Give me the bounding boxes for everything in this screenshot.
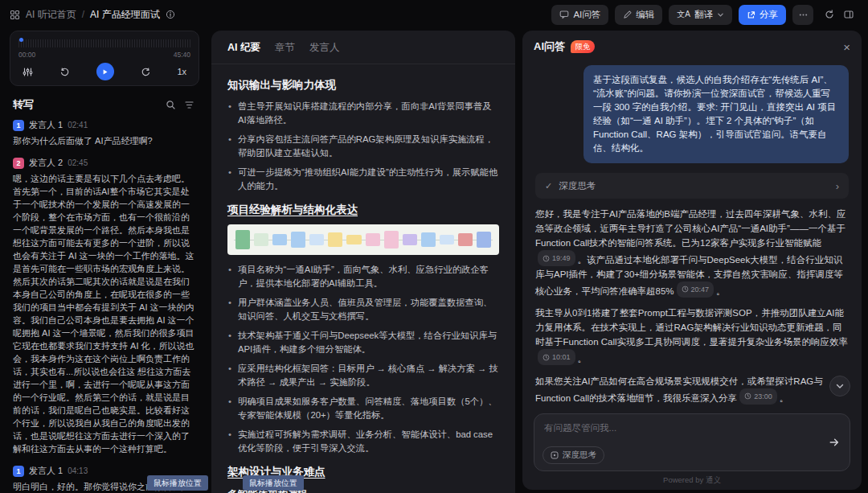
timestamp-pill[interactable]: 20:47 [677,281,714,298]
transcript-text: 嗯，这边的话主要是有以下几个点去考虑吧。首先第一个，目前的话AI整个市场它其实是… [13,172,198,455]
edit-button[interactable]: 编辑 [615,5,662,25]
diagram-block [384,231,399,249]
answer-paragraph: 如果您关注AI产品如何在高合规场景实现规模交付，或希望探讨RAG与Functio… [535,374,849,405]
summary-body: 知识输出与影响力体现曾主导开展知识库搭建流程的内部分享，面向非AI背景同事普及A… [211,64,515,493]
summary-bullet: 可进一步提炼为“推动组织AI能力建设”的主动性行为，展示赋能他人的能力。 [227,166,499,192]
total-time: 45:40 [174,51,190,59]
ai-answer: 您好，我是专注于AI产品落地的B端产品经理，过去四年深耕气象、水利、应急等政企领… [535,207,849,405]
app-grid-icon[interactable] [10,10,20,20]
translate-button[interactable]: 文A 翻译 [669,5,732,25]
rewind-icon[interactable] [59,67,70,77]
chevron-down-icon [717,11,724,18]
timestamp: 23:00 [754,389,772,404]
timestamp-pill[interactable]: 10:01 [538,349,575,365]
diagram-block [328,232,342,247]
summary-bullet: 明确项目成果如服务客户数量、问答精度、落地项目数（5个）、专家智能体规模（20+… [227,395,499,421]
pencil-icon [623,10,632,19]
ellipsis-icon [798,10,809,20]
summary-bullet: 用户群体涵盖业务人员、值班员及管理层，功能覆盖数据查询、知识问答、人机交互与文档… [227,296,499,323]
tab-2[interactable]: 章节 [275,41,295,55]
transcript-list: 1发言人 102:41那你为什么后面做了 AI产品经理啊?2发言人 202:45… [13,119,198,493]
more-button[interactable] [792,5,813,25]
user-message-bubble: 基于这段面试复盘，候选人的自我介绍存在“先传统后 AI”、“流水账”的问题。请你… [583,65,849,163]
close-icon[interactable]: × [843,41,850,53]
side-panel-icon[interactable] [844,10,854,19]
playback-tooltip: 鼠标播放位置 [147,475,208,491]
diagram-block [458,233,473,246]
window-tools [820,10,858,19]
section-heading: 知识输出与影响力体现 [227,78,499,92]
top-bar: AI 听记首页 / AI 产品经理面试 AI问答 编辑 文A 翻译 [0,0,868,29]
ai-qa-button[interactable]: AI问答 [551,5,608,25]
deep-think-toggle[interactable]: 深度思考 [542,446,604,464]
ai-qa-panel: AI问答 限免 × 基于这段面试复盘，候选人的自我介绍存在“先传统后 AI”、“… [522,31,862,490]
question-input[interactable] [544,422,817,446]
diagram-block [440,235,454,244]
summary-bullet: 分享内容包括主流问答产品的RAG架构原理及知识库实施流程，帮助团队建立基础认知。 [227,133,499,159]
timestamp-pill[interactable]: 23:00 [739,388,777,405]
deep-think-label: 深度思考 [559,180,596,192]
section-heading: 项目经验解析与结构化表达 [227,203,499,217]
entry-timestamp: 02:41 [68,121,88,129]
diagram-block [272,234,287,245]
info-icon[interactable] [166,10,175,19]
current-time: 00:00 [18,51,35,59]
share-button[interactable]: 分享 [739,5,786,25]
translate-label: 翻译 [694,9,713,21]
summary-panel: AI 纪要章节发言人 知识输出与影响力体现曾主导开展知识库搭建流程的内部分享，面… [211,31,515,493]
timestamp-pill[interactable]: 19:49 [538,250,575,266]
diagram-block [403,234,417,245]
translate-icon: 文A [677,9,690,20]
breadcrumb-separator: / [82,9,84,20]
search-icon[interactable] [166,100,176,110]
diagram-block [309,234,324,245]
qa-title: AI问答 [534,39,565,54]
playback-tooltip: 鼠标播放位置 [243,475,304,491]
check-icon: ✓ [545,181,552,191]
answer-paragraph: 我主导从0到1搭建了整套Prompt工程与数据评测SOP，并推动团队建立AI能力… [535,306,849,366]
summary-tabs: AI 纪要章节发言人 [211,31,515,64]
waveform[interactable] [18,37,190,49]
tab-3[interactable]: 发言人 [309,41,340,55]
share-icon [747,10,755,19]
transcript-entry[interactable]: 1发言人 102:41那你为什么后面做了 AI产品经理啊? [13,119,198,147]
bullet-list: 曾主导开展知识库搭建流程的内部分享，面向非AI背景同事普及AI落地路径。分享内容… [227,100,499,192]
timestamp: 19:49 [552,251,571,265]
chat-icon [559,10,569,19]
transcript-entry[interactable]: 2发言人 202:45嗯，这边的话主要是有以下几个点去考虑吧。首先第一个，目前的… [13,157,198,455]
forward-icon[interactable] [141,67,151,77]
refresh-icon[interactable] [825,10,834,19]
speaker-name: 发言人 2 [29,157,63,169]
summary-bullet: 技术架构基于通义千问与Deepseek等大模型，结合行业知识库与API插件，构建… [227,329,499,355]
tab-1[interactable]: AI 纪要 [227,41,260,55]
project-diagram-image[interactable] [227,224,499,255]
free-badge: 限免 [571,40,595,53]
diagram-block [291,232,305,248]
equalizer-icon[interactable] [23,67,33,77]
scroll-down-button[interactable] [829,376,850,396]
playhead-dot[interactable] [19,38,23,42]
ai-qa-label: AI问答 [573,9,600,21]
summary-bullet: 应采用结构化框架回答：目标用户 → 核心痛点 → 解决方案 → 技术路径 → 成… [227,362,499,388]
speed-button[interactable]: 1x [177,67,186,76]
transcript-panel: 00:00 45:40 1x 转写 1发言人 102:41那 [0,29,207,493]
summary-bullet: 项目名称为“一通AI助手”，面向气象、水利、应急行业的政企客户，提供本地化部署的… [227,263,499,290]
summary-bullet: 曾主导开展知识库搭建流程的内部分享，面向非AI背景同事普及AI落地路径。 [227,100,499,126]
play-button[interactable] [96,63,114,80]
filter-icon[interactable] [184,100,194,110]
diagram-block [366,233,380,246]
entry-timestamp: 02:45 [68,158,88,167]
summary-bullet: 实施过程可拆解为需求调研、业务分析、智能体设计、bad case优化等阶段，便于… [227,428,499,454]
page-title: AI 产品经理面试 [90,8,160,22]
speaker-badge: 1 [13,466,24,477]
powered-by: Powered by 通义 [522,473,862,490]
diagram-block [477,232,491,248]
timestamp: 20:47 [691,282,710,297]
diagram-block [254,233,268,246]
send-icon[interactable] [829,437,840,448]
deep-think-bar[interactable]: ✓ 深度思考 › [535,173,849,199]
entry-head: 2发言人 202:45 [13,157,198,169]
breadcrumb[interactable]: AI 听记首页 [26,8,76,22]
entry-timestamp: 04:13 [68,466,88,475]
entry-head: 1发言人 102:41 [13,119,198,131]
